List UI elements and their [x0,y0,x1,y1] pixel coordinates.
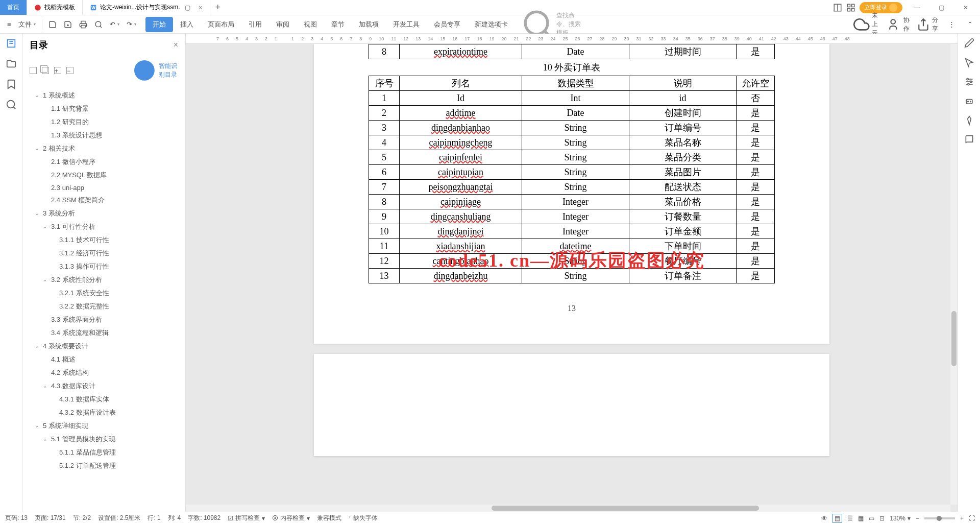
bookmark-icon[interactable] [6,79,17,90]
print-icon[interactable] [76,18,90,31]
outline-item[interactable]: 3.1.3 操作可行性 [27,260,181,273]
folder-icon[interactable] [6,58,17,69]
sb-words[interactable]: 字数: 10982 [188,514,220,522]
collab-button[interactable]: 协作 [888,16,911,33]
outline-item[interactable]: 3.1.2 经济可行性 [27,247,181,260]
sb-view-outline-icon[interactable]: ☰ [847,515,853,522]
sb-content-check[interactable]: ⦿ 内容检查 ▾ [272,514,310,522]
ribbon-tab-7[interactable]: 加载项 [352,17,386,32]
robot-icon[interactable] [964,96,974,106]
sb-setting[interactable]: 设置值: 2.5厘米 [98,514,140,522]
ribbon-tab-10[interactable]: 新建选项卡 [468,17,515,32]
sb-col[interactable]: 列: 4 [168,514,181,522]
sb-zoom-in[interactable]: + [960,515,964,522]
tab-add-button[interactable]: + [210,0,226,15]
more-icon[interactable]: ⋮ [945,18,958,30]
sb-fullscreen-icon[interactable]: ⛶ [969,515,975,522]
file-menu[interactable]: 文件 ▾ [15,18,39,31]
sb-zoom-slider[interactable] [924,517,955,519]
undo-button[interactable]: ↶ ▾ [107,18,122,30]
sb-spellcheck[interactable]: ☑ 拼写检查 ▾ [228,514,265,522]
redo-button[interactable]: ↷ ▾ [124,18,139,30]
preview-icon[interactable] [91,18,106,31]
outline-item[interactable]: 3.4 系统流程和逻辑 [27,326,181,340]
menu-icon[interactable]: ≡ [4,18,14,30]
outline-item[interactable]: ⌄4 系统概要设计 [27,340,181,353]
ribbon-tab-6[interactable]: 章节 [324,17,352,32]
outline-item[interactable]: 4.3.1 数据库实体 [27,393,181,406]
outline-tool-2[interactable] [42,67,49,74]
smart-outline-button[interactable]: 智能识别目录 [132,58,178,83]
sb-missing-font[interactable]: ᵀ 缺失字体 [349,514,378,522]
outline-tool-1[interactable] [30,67,37,74]
sb-compat[interactable]: 兼容模式 [317,514,341,522]
outline-item[interactable]: 2.4 SSM 框架简介 [27,194,181,207]
ribbon-tab-9[interactable]: 会员专享 [427,17,468,32]
search-panel-icon[interactable] [6,99,17,110]
tab-home[interactable]: 首页 [0,0,27,15]
sb-zoom[interactable]: 130% ▾ [890,515,911,522]
sb-view-read-icon[interactable]: ▭ [869,515,874,522]
expand-icon[interactable]: ⌃ [964,18,976,30]
diamond-icon[interactable] [964,115,974,126]
outline-tool-3[interactable]: + [54,67,61,74]
outline-item[interactable]: 3.2.1 系统安全性 [27,287,181,300]
outline-item[interactable]: 3.1.1 技术可行性 [27,233,181,247]
tab-document[interactable]: W 论文-weixin...设计与实现ssm. ▢ × [83,0,210,15]
outline-tool-4[interactable]: − [66,67,74,74]
sb-view-web-icon[interactable]: ▦ [858,515,864,522]
outline-item[interactable]: 2.3 uni-app [27,182,181,194]
sb-line[interactable]: 行: 1 [148,514,160,522]
document-canvas[interactable]: 8 expirationtime Date 过期时间 是 10 外卖订单表 序号… [186,44,958,512]
ribbon-tab-0[interactable]: 开始 [145,17,173,32]
settings-icon[interactable] [964,77,974,87]
outline-item[interactable]: 1.1 研究背景 [27,102,181,115]
book-icon[interactable] [964,135,974,145]
outline-item[interactable]: 4.2 系统结构 [27,366,181,379]
outline-icon[interactable] [6,38,17,49]
ribbon-tab-3[interactable]: 引用 [241,17,269,32]
outline-item[interactable]: 5.1.2 订单配送管理 [27,459,181,472]
outline-item[interactable]: 2.1 微信小程序 [27,155,181,169]
save-icon[interactable] [45,18,60,31]
outline-item[interactable]: 4.1 概述 [27,353,181,366]
horizontal-scrollbar[interactable] [186,505,950,512]
save-as-icon[interactable] [61,18,75,31]
ribbon-tab-5[interactable]: 视图 [297,17,324,32]
outline-item[interactable]: ⌄5 系统详细实现 [27,419,181,433]
outline-item[interactable]: 3.2.2 数据完整性 [27,300,181,313]
sb-eye-icon[interactable]: 👁 [821,515,827,522]
ribbon-tab-8[interactable]: 开发工具 [386,17,427,32]
outline-item[interactable]: 2.2 MYSQL 数据库 [27,169,181,182]
share-button[interactable]: 分享 [917,16,939,33]
outline-item[interactable]: ⌄3.1 可行性分析 [27,220,181,233]
sb-fit-icon[interactable]: ⊡ [879,515,885,522]
sb-section[interactable]: 节: 2/2 [73,514,91,522]
outline-item[interactable]: 3.3 系统界面分析 [27,313,181,326]
ruler[interactable]: 7654321123456789101112131415161718192021… [186,34,958,44]
tab-docer[interactable]: 找稻壳模板 [27,0,83,15]
outline-item[interactable]: ⌄3.2 系统性能分析 [27,273,181,287]
vertical-scrollbar[interactable] [950,44,958,505]
cursor-icon[interactable] [964,57,974,67]
ribbon-tab-2[interactable]: 页面布局 [201,17,241,32]
pencil-icon[interactable] [964,38,974,48]
ribbon-tab-1[interactable]: 插入 [173,17,201,32]
layout-icon[interactable] [833,3,842,12]
outline-item[interactable]: ⌄2 相关技术 [27,142,181,155]
outline-item[interactable]: 5.1.1 菜品信息管理 [27,446,181,459]
sb-pages[interactable]: 页面: 17/31 [35,514,66,522]
tab-menu-icon[interactable]: ▢ [183,3,192,12]
grid-icon[interactable] [846,3,855,12]
sb-page[interactable]: 页码: 13 [5,514,28,522]
outline-item[interactable]: 1.3 系统设计思想 [27,129,181,142]
outline-close-icon[interactable]: × [174,40,178,50]
sb-view-page-icon[interactable]: ▤ [832,514,842,523]
outline-item[interactable]: ⌄3 系统分析 [27,207,181,220]
tab-close-icon[interactable]: × [199,4,203,12]
outline-item[interactable]: ⌄5.1 管理员模块的实现 [27,433,181,446]
outline-item[interactable]: 1.2 研究目的 [27,115,181,129]
ribbon-tab-4[interactable]: 审阅 [269,17,297,32]
sb-zoom-out[interactable]: − [916,515,919,522]
outline-item[interactable]: ⌄4.3.数据库设计 [27,379,181,393]
